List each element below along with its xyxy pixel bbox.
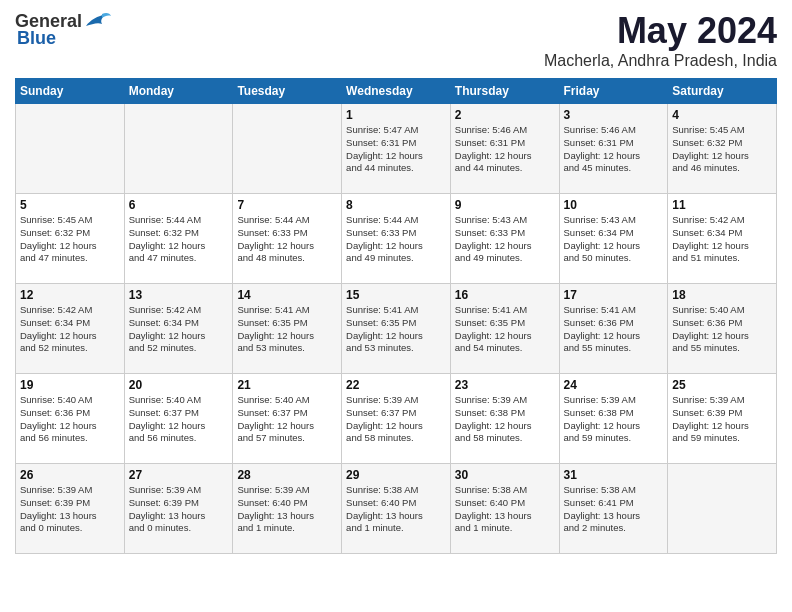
header-friday: Friday xyxy=(559,79,668,104)
calendar-cell: 11Sunrise: 5:42 AM Sunset: 6:34 PM Dayli… xyxy=(668,194,777,284)
calendar-cell: 26Sunrise: 5:39 AM Sunset: 6:39 PM Dayli… xyxy=(16,464,125,554)
month-year-title: May 2024 xyxy=(544,10,777,52)
day-number: 22 xyxy=(346,378,446,392)
header-sunday: Sunday xyxy=(16,79,125,104)
day-info: Sunrise: 5:42 AM Sunset: 6:34 PM Dayligh… xyxy=(672,214,772,265)
day-number: 2 xyxy=(455,108,555,122)
calendar-cell xyxy=(233,104,342,194)
day-info: Sunrise: 5:39 AM Sunset: 6:37 PM Dayligh… xyxy=(346,394,446,445)
calendar-cell: 8Sunrise: 5:44 AM Sunset: 6:33 PM Daylig… xyxy=(342,194,451,284)
calendar-cell: 22Sunrise: 5:39 AM Sunset: 6:37 PM Dayli… xyxy=(342,374,451,464)
day-number: 11 xyxy=(672,198,772,212)
day-info: Sunrise: 5:43 AM Sunset: 6:33 PM Dayligh… xyxy=(455,214,555,265)
calendar-week-row: 19Sunrise: 5:40 AM Sunset: 6:36 PM Dayli… xyxy=(16,374,777,464)
day-number: 1 xyxy=(346,108,446,122)
day-info: Sunrise: 5:41 AM Sunset: 6:36 PM Dayligh… xyxy=(564,304,664,355)
calendar-cell xyxy=(124,104,233,194)
calendar-cell: 30Sunrise: 5:38 AM Sunset: 6:40 PM Dayli… xyxy=(450,464,559,554)
logo-bird-icon xyxy=(84,10,112,32)
day-info: Sunrise: 5:38 AM Sunset: 6:41 PM Dayligh… xyxy=(564,484,664,535)
day-info: Sunrise: 5:44 AM Sunset: 6:33 PM Dayligh… xyxy=(237,214,337,265)
day-info: Sunrise: 5:41 AM Sunset: 6:35 PM Dayligh… xyxy=(237,304,337,355)
calendar-week-row: 26Sunrise: 5:39 AM Sunset: 6:39 PM Dayli… xyxy=(16,464,777,554)
day-info: Sunrise: 5:45 AM Sunset: 6:32 PM Dayligh… xyxy=(672,124,772,175)
day-info: Sunrise: 5:46 AM Sunset: 6:31 PM Dayligh… xyxy=(455,124,555,175)
calendar-week-row: 5Sunrise: 5:45 AM Sunset: 6:32 PM Daylig… xyxy=(16,194,777,284)
day-number: 27 xyxy=(129,468,229,482)
day-info: Sunrise: 5:41 AM Sunset: 6:35 PM Dayligh… xyxy=(455,304,555,355)
day-number: 8 xyxy=(346,198,446,212)
day-info: Sunrise: 5:44 AM Sunset: 6:33 PM Dayligh… xyxy=(346,214,446,265)
day-info: Sunrise: 5:40 AM Sunset: 6:37 PM Dayligh… xyxy=(129,394,229,445)
day-info: Sunrise: 5:39 AM Sunset: 6:39 PM Dayligh… xyxy=(129,484,229,535)
calendar-cell: 5Sunrise: 5:45 AM Sunset: 6:32 PM Daylig… xyxy=(16,194,125,284)
calendar-cell: 24Sunrise: 5:39 AM Sunset: 6:38 PM Dayli… xyxy=(559,374,668,464)
day-info: Sunrise: 5:43 AM Sunset: 6:34 PM Dayligh… xyxy=(564,214,664,265)
day-info: Sunrise: 5:38 AM Sunset: 6:40 PM Dayligh… xyxy=(455,484,555,535)
header-wednesday: Wednesday xyxy=(342,79,451,104)
calendar-cell: 6Sunrise: 5:44 AM Sunset: 6:32 PM Daylig… xyxy=(124,194,233,284)
day-number: 7 xyxy=(237,198,337,212)
header-tuesday: Tuesday xyxy=(233,79,342,104)
calendar-header-row: SundayMondayTuesdayWednesdayThursdayFrid… xyxy=(16,79,777,104)
header-thursday: Thursday xyxy=(450,79,559,104)
day-number: 17 xyxy=(564,288,664,302)
location-subtitle: Macherla, Andhra Pradesh, India xyxy=(544,52,777,70)
day-number: 23 xyxy=(455,378,555,392)
day-info: Sunrise: 5:44 AM Sunset: 6:32 PM Dayligh… xyxy=(129,214,229,265)
calendar-week-row: 12Sunrise: 5:42 AM Sunset: 6:34 PM Dayli… xyxy=(16,284,777,374)
day-number: 25 xyxy=(672,378,772,392)
calendar-cell: 9Sunrise: 5:43 AM Sunset: 6:33 PM Daylig… xyxy=(450,194,559,284)
calendar-cell: 29Sunrise: 5:38 AM Sunset: 6:40 PM Dayli… xyxy=(342,464,451,554)
calendar-cell: 17Sunrise: 5:41 AM Sunset: 6:36 PM Dayli… xyxy=(559,284,668,374)
day-info: Sunrise: 5:45 AM Sunset: 6:32 PM Dayligh… xyxy=(20,214,120,265)
day-number: 15 xyxy=(346,288,446,302)
day-number: 24 xyxy=(564,378,664,392)
day-info: Sunrise: 5:39 AM Sunset: 6:38 PM Dayligh… xyxy=(564,394,664,445)
calendar-cell: 16Sunrise: 5:41 AM Sunset: 6:35 PM Dayli… xyxy=(450,284,559,374)
day-info: Sunrise: 5:39 AM Sunset: 6:40 PM Dayligh… xyxy=(237,484,337,535)
day-number: 5 xyxy=(20,198,120,212)
day-number: 6 xyxy=(129,198,229,212)
day-number: 26 xyxy=(20,468,120,482)
calendar-cell: 10Sunrise: 5:43 AM Sunset: 6:34 PM Dayli… xyxy=(559,194,668,284)
calendar-cell xyxy=(668,464,777,554)
day-number: 10 xyxy=(564,198,664,212)
calendar-cell: 14Sunrise: 5:41 AM Sunset: 6:35 PM Dayli… xyxy=(233,284,342,374)
day-number: 4 xyxy=(672,108,772,122)
day-number: 18 xyxy=(672,288,772,302)
day-info: Sunrise: 5:40 AM Sunset: 6:36 PM Dayligh… xyxy=(672,304,772,355)
day-info: Sunrise: 5:47 AM Sunset: 6:31 PM Dayligh… xyxy=(346,124,446,175)
day-number: 3 xyxy=(564,108,664,122)
day-number: 19 xyxy=(20,378,120,392)
logo: General Blue xyxy=(15,10,112,49)
day-info: Sunrise: 5:40 AM Sunset: 6:36 PM Dayligh… xyxy=(20,394,120,445)
day-info: Sunrise: 5:46 AM Sunset: 6:31 PM Dayligh… xyxy=(564,124,664,175)
calendar-cell: 28Sunrise: 5:39 AM Sunset: 6:40 PM Dayli… xyxy=(233,464,342,554)
calendar-cell: 7Sunrise: 5:44 AM Sunset: 6:33 PM Daylig… xyxy=(233,194,342,284)
day-number: 14 xyxy=(237,288,337,302)
calendar-cell: 31Sunrise: 5:38 AM Sunset: 6:41 PM Dayli… xyxy=(559,464,668,554)
day-number: 9 xyxy=(455,198,555,212)
logo-blue-text: Blue xyxy=(17,28,56,49)
day-number: 13 xyxy=(129,288,229,302)
day-number: 21 xyxy=(237,378,337,392)
calendar-cell: 3Sunrise: 5:46 AM Sunset: 6:31 PM Daylig… xyxy=(559,104,668,194)
calendar-cell: 27Sunrise: 5:39 AM Sunset: 6:39 PM Dayli… xyxy=(124,464,233,554)
day-info: Sunrise: 5:41 AM Sunset: 6:35 PM Dayligh… xyxy=(346,304,446,355)
calendar-cell: 21Sunrise: 5:40 AM Sunset: 6:37 PM Dayli… xyxy=(233,374,342,464)
day-info: Sunrise: 5:40 AM Sunset: 6:37 PM Dayligh… xyxy=(237,394,337,445)
day-info: Sunrise: 5:38 AM Sunset: 6:40 PM Dayligh… xyxy=(346,484,446,535)
header-monday: Monday xyxy=(124,79,233,104)
page-header: General Blue May 2024 Macherla, Andhra P… xyxy=(15,10,777,70)
header-saturday: Saturday xyxy=(668,79,777,104)
day-number: 30 xyxy=(455,468,555,482)
day-info: Sunrise: 5:39 AM Sunset: 6:38 PM Dayligh… xyxy=(455,394,555,445)
day-info: Sunrise: 5:39 AM Sunset: 6:39 PM Dayligh… xyxy=(672,394,772,445)
calendar-cell: 15Sunrise: 5:41 AM Sunset: 6:35 PM Dayli… xyxy=(342,284,451,374)
calendar-cell: 20Sunrise: 5:40 AM Sunset: 6:37 PM Dayli… xyxy=(124,374,233,464)
day-info: Sunrise: 5:42 AM Sunset: 6:34 PM Dayligh… xyxy=(20,304,120,355)
title-area: May 2024 Macherla, Andhra Pradesh, India xyxy=(544,10,777,70)
calendar-cell xyxy=(16,104,125,194)
calendar-cell: 19Sunrise: 5:40 AM Sunset: 6:36 PM Dayli… xyxy=(16,374,125,464)
